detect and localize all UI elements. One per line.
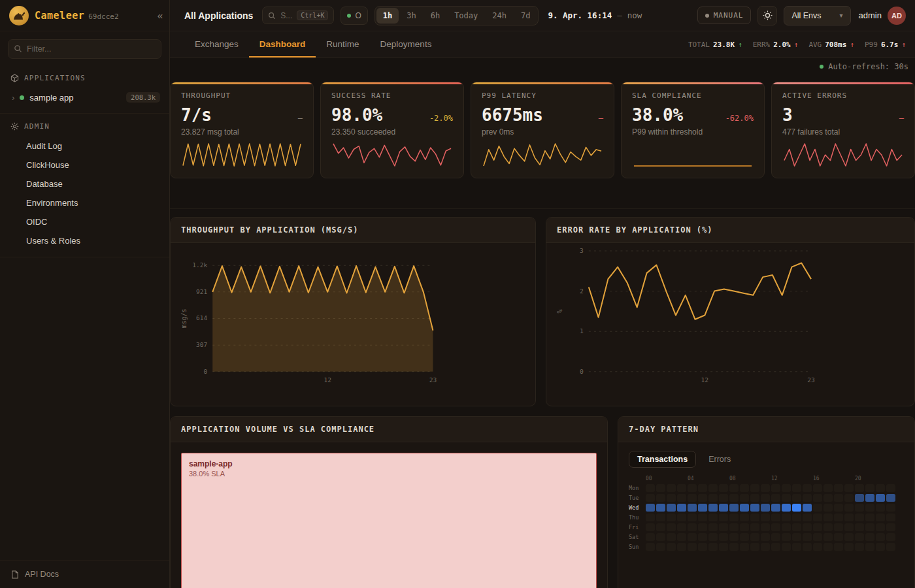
heatmap-cell[interactable] [698,523,707,531]
range-button-24h[interactable]: 24h [486,8,513,24]
heatmap-cell[interactable] [708,494,718,502]
heatmap-cell[interactable] [740,514,749,521]
heatmap-cell[interactable] [855,514,864,521]
sidebar-item-audit-log[interactable]: Audit Log [0,137,169,155]
heatmap-cell[interactable] [761,523,770,531]
heatmap-cell[interactable] [886,504,895,512]
heatmap-cell[interactable] [729,543,739,551]
heatmap-cell[interactable] [865,523,874,531]
heatmap-cell[interactable] [750,494,759,502]
heatmap-cell[interactable] [677,543,686,551]
heatmap-cell[interactable] [792,504,801,512]
heatmap-cell[interactable] [667,543,676,551]
heatmap-cell[interactable] [876,514,885,521]
heatmap-cell[interactable] [855,484,864,492]
heatmap-cell[interactable] [688,533,697,541]
heatmap-cell[interactable] [813,514,822,521]
heatmap-cell[interactable] [844,533,854,541]
tab-transactions[interactable]: Transactions [629,451,696,468]
tab-runtime[interactable]: Runtime [316,31,369,57]
heatmap-cell[interactable] [719,533,728,541]
env-select[interactable]: All Envs ▾ [784,6,850,25]
heatmap-cell[interactable] [844,523,854,531]
heatmap-cell[interactable] [886,533,895,541]
heatmap-cell[interactable] [667,504,676,512]
heatmap-cell[interactable] [792,514,801,521]
heatmap-cell[interactable] [646,533,655,541]
heatmap-cell[interactable] [729,494,739,502]
heatmap-cell[interactable] [844,484,854,492]
heatmap-cell[interactable] [688,484,697,492]
heatmap-cell[interactable] [656,504,665,512]
expand-chevron-icon[interactable]: › [12,93,14,103]
heatmap-cell[interactable] [688,494,697,502]
heatmap-cell[interactable] [677,504,686,512]
heatmap-cell[interactable] [824,514,833,521]
heatmap-cell[interactable] [677,514,686,521]
heatmap-cell[interactable] [667,514,676,521]
heatmap-cell[interactable] [708,543,718,551]
heatmap-cell[interactable] [834,514,843,521]
heatmap-cell[interactable] [729,533,739,541]
tab-errors[interactable]: Errors [700,451,739,468]
tab-exchanges[interactable]: Exchanges [184,31,249,57]
heatmap-cell[interactable] [865,504,874,512]
heatmap-cell[interactable] [876,543,885,551]
heatmap-cell[interactable] [750,523,759,531]
heatmap-cell[interactable] [855,494,864,502]
heatmap-cell[interactable] [782,484,791,492]
heatmap-cell[interactable] [667,494,676,502]
heatmap-cell[interactable] [855,504,864,512]
heatmap-cell[interactable] [886,484,895,492]
heatmap-cell[interactable] [886,543,895,551]
heatmap-cell[interactable] [656,484,665,492]
heatmap-cell[interactable] [677,533,686,541]
heatmap-cell[interactable] [803,543,812,551]
heatmap-cell[interactable] [667,533,676,541]
heatmap-cell[interactable] [688,523,697,531]
heatmap-cell[interactable] [656,523,665,531]
heatmap-cell[interactable] [876,523,885,531]
global-search[interactable]: S... Ctrl+K [262,7,334,24]
heatmap-cell[interactable] [813,533,822,541]
heatmap-cell[interactable] [813,484,822,492]
heatmap-cell[interactable] [855,533,864,541]
heatmap-cell[interactable] [813,504,822,512]
heatmap-cell[interactable] [750,504,759,512]
heatmap-cell[interactable] [761,514,770,521]
heatmap-cell[interactable] [698,504,707,512]
heatmap-cell[interactable] [740,543,749,551]
online-status-chip[interactable]: O [341,7,367,25]
heatmap-cell[interactable] [834,494,843,502]
heatmap-cell[interactable] [708,484,718,492]
heatmap-cell[interactable] [834,504,843,512]
tab-dashboard[interactable]: Dashboard [249,31,316,57]
manual-refresh-button[interactable]: MANUAL [697,7,752,24]
sidebar-item-oidc[interactable]: OIDC [0,212,169,231]
heatmap-cell[interactable] [761,494,770,502]
heatmap-cell[interactable] [792,543,801,551]
heatmap-cell[interactable] [719,504,728,512]
heatmap-cell[interactable] [865,533,874,541]
heatmap-cell[interactable] [771,504,780,512]
heatmap-cell[interactable] [698,543,707,551]
heatmap-cell[interactable] [729,514,739,521]
heatmap-cell[interactable] [771,514,780,521]
treemap-node-sample-app[interactable]: sample-app 38.0% SLA [181,453,597,588]
heatmap-cell[interactable] [656,494,665,502]
heatmap-cell[interactable] [886,514,895,521]
heatmap-cell[interactable] [792,523,801,531]
heatmap-cell[interactable] [803,494,812,502]
heatmap-cell[interactable] [844,504,854,512]
heatmap-cell[interactable] [729,504,739,512]
filter-input[interactable] [8,39,161,59]
heatmap-cell[interactable] [844,543,854,551]
heatmap-cell[interactable] [708,523,718,531]
heatmap-cell[interactable] [824,484,833,492]
heatmap-cell[interactable] [813,523,822,531]
heatmap-cell[interactable] [761,543,770,551]
range-button-6h[interactable]: 6h [424,8,446,24]
heatmap-cell[interactable] [803,484,812,492]
heatmap-cell[interactable] [844,514,854,521]
heatmap-cell[interactable] [646,523,655,531]
